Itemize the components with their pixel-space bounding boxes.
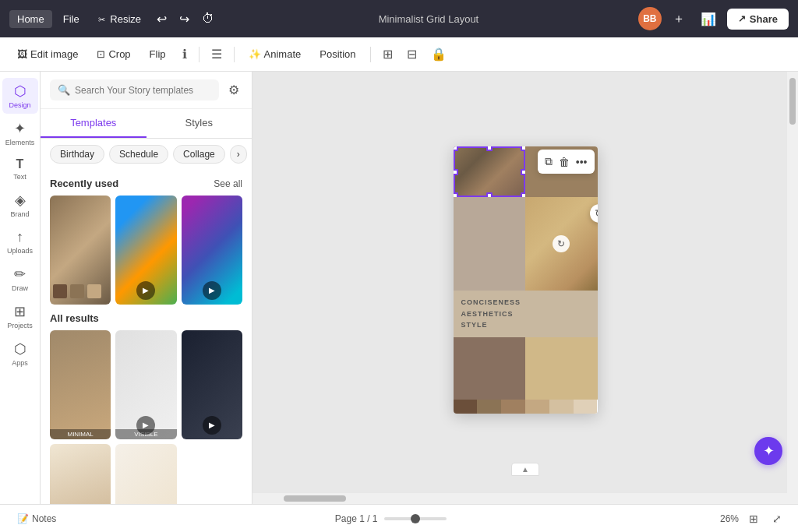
search-input[interactable]: [75, 85, 211, 96]
image-cell-bottom-right[interactable]: [525, 337, 598, 400]
crop-icon: ⊡: [97, 48, 105, 60]
image-cell-top-left[interactable]: [454, 146, 526, 197]
color-swatch-1: [454, 400, 478, 414]
sidebar-item-projects[interactable]: ⊞ Projects: [2, 298, 38, 334]
sidebar-item-brand[interactable]: ◈ Brand: [2, 187, 38, 223]
sidebar-label-design: Design: [9, 101, 30, 109]
divider: [199, 47, 200, 62]
search-input-wrap[interactable]: 🔍: [50, 79, 219, 100]
grid-view-button[interactable]: ⊞: [745, 510, 762, 527]
undo-button[interactable]: ↩: [152, 9, 171, 30]
edit-image-icon: 🖼: [17, 48, 27, 60]
align-button[interactable]: ⊟: [401, 43, 422, 65]
sidebar-item-text[interactable]: T Text: [2, 153, 38, 185]
status-center: Page 1 / 1: [67, 513, 714, 524]
chip-row: Birthday Schedule Collage ›: [41, 139, 252, 170]
refresh-overlay[interactable]: ↻: [553, 235, 570, 252]
home-button[interactable]: Home: [9, 10, 52, 28]
search-bar: 🔍 ⚙: [41, 72, 252, 109]
crop-button[interactable]: ⊡ Crop: [89, 44, 138, 64]
share-button[interactable]: ↗ Share: [727, 9, 789, 30]
result-template-4[interactable]: [50, 444, 111, 504]
recent-template-1[interactable]: [50, 196, 111, 305]
play-overlay-5: ▶: [203, 416, 221, 435]
image-cell-bottom-left[interactable]: [454, 337, 526, 400]
sel-handle-lm[interactable]: [454, 169, 458, 175]
edit-image-button[interactable]: 🖼 Edit image: [9, 44, 86, 64]
main-area: ⬡ Design ✦ Elements T Text ◈ Brand ↑ Upl…: [0, 72, 798, 504]
notes-icon: 📝: [17, 513, 29, 524]
projects-icon: ⊞: [14, 303, 26, 320]
menu-button[interactable]: ☰: [206, 43, 228, 65]
sel-handle-tl[interactable]: [454, 146, 458, 151]
color-swatch-2: [477, 400, 501, 414]
top-bar: Home File ✂ Resize ↩ ↪ ⏱ Minimalist Grid…: [0, 0, 798, 37]
sel-handle-tm[interactable]: [486, 146, 493, 151]
chip-more[interactable]: ›: [230, 145, 247, 164]
canvas-area[interactable]: ⧉ 🗑 ••• ↻: [252, 72, 798, 504]
image-cell-mid-left[interactable]: [454, 197, 526, 291]
color-swatch-5: [549, 400, 574, 414]
sidebar-label-apps: Apps: [12, 359, 28, 367]
ai-assistant-button[interactable]: ✦: [754, 437, 782, 465]
more-options-button[interactable]: •••: [574, 153, 590, 171]
avatar[interactable]: BB: [638, 7, 662, 30]
sidebar-icons: ⬡ Design ✦ Elements T Text ◈ Brand ↑ Upl…: [0, 72, 41, 504]
sidebar-item-draw[interactable]: ✏ Draw: [2, 261, 38, 297]
resize-icon: ✂: [98, 15, 105, 24]
page-slider[interactable]: [384, 517, 447, 520]
vertical-scroll-thumb[interactable]: [789, 78, 796, 125]
filter-button[interactable]: ⚙: [225, 79, 242, 100]
result-template-3[interactable]: ▶: [182, 330, 242, 439]
file-button[interactable]: File: [55, 10, 87, 28]
analytics-button[interactable]: 📊: [696, 9, 721, 30]
collapse-button[interactable]: ▲: [511, 463, 539, 476]
divider2: [234, 47, 235, 62]
horizontal-scrollbar[interactable]: [252, 493, 787, 504]
fullscreen-button[interactable]: ⤢: [768, 510, 786, 527]
result-template-2[interactable]: VISIBLE ▶: [115, 330, 176, 439]
see-all-recently-used[interactable]: See all: [214, 178, 242, 189]
text-line-3: STYLE: [461, 319, 590, 330]
more-icon: •••: [576, 156, 588, 168]
image-cell-mid-right[interactable]: ↻: [525, 197, 598, 291]
page-slider-thumb[interactable]: [411, 514, 420, 523]
flip-button[interactable]: Flip: [142, 44, 174, 64]
copy-to-pages-button[interactable]: ⧉: [542, 153, 555, 171]
brand-icon: ◈: [15, 192, 26, 209]
chip-birthday[interactable]: Birthday: [50, 145, 104, 164]
sidebar-label-brand: Brand: [10, 210, 29, 218]
notes-button[interactable]: 📝 Notes: [12, 510, 61, 527]
chip-schedule[interactable]: Schedule: [109, 145, 168, 164]
result-template-5[interactable]: MONDAY: [115, 444, 176, 504]
sidebar-item-apps[interactable]: ⬡ Apps: [2, 336, 38, 372]
recent-template-2[interactable]: ▶: [115, 196, 176, 305]
delete-icon: 🗑: [559, 156, 570, 168]
status-right: 26% ⊞ ⤢: [720, 510, 786, 527]
delete-button[interactable]: 🗑: [556, 153, 572, 171]
vertical-scrollbar[interactable]: [787, 72, 798, 504]
redo-button[interactable]: ↪: [175, 9, 194, 30]
sidebar-item-design[interactable]: ⬡ Design: [2, 78, 38, 114]
position-button[interactable]: Position: [312, 44, 363, 64]
sidebar-item-elements[interactable]: ✦ Elements: [2, 115, 38, 151]
tab-templates[interactable]: Templates: [41, 109, 147, 138]
lock-button[interactable]: 🔒: [425, 43, 452, 65]
tab-styles[interactable]: Styles: [147, 109, 252, 138]
chip-collage[interactable]: Collage: [173, 145, 225, 164]
resize-button[interactable]: ✂ Resize: [90, 10, 149, 28]
grid-button[interactable]: ⊞: [377, 43, 398, 65]
copy-icon: ⧉: [545, 155, 553, 167]
add-button[interactable]: ＋: [668, 8, 690, 30]
text-cell: CONCISENESS AESTHETICS STYLE: [454, 291, 598, 336]
elements-icon: ✦: [14, 120, 26, 137]
sidebar-label-text: Text: [13, 173, 26, 181]
timer-button[interactable]: ⏱: [197, 9, 219, 29]
recent-template-3[interactable]: ▶: [182, 196, 242, 305]
all-results-grid: MINIMAL VISIBLE ▶ ▶ MONDAY: [50, 330, 242, 504]
sidebar-item-uploads[interactable]: ↑ Uploads: [2, 224, 38, 259]
horizontal-scroll-thumb[interactable]: [284, 495, 346, 502]
animate-button[interactable]: ✨ Animate: [241, 44, 309, 64]
info-button[interactable]: ℹ: [177, 43, 192, 65]
result-template-1[interactable]: MINIMAL: [50, 330, 111, 439]
